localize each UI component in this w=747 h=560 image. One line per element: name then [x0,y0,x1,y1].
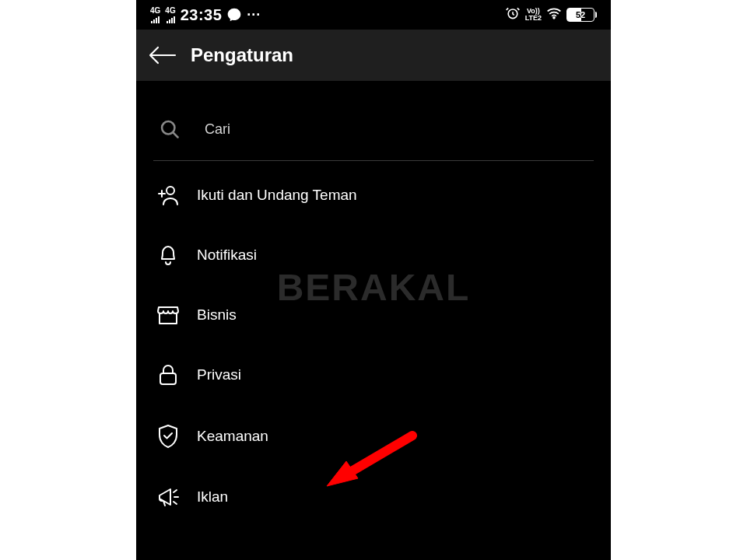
signal-2-icon: 4G [165,7,175,23]
add-person-icon [155,184,181,206]
settings-content: Cari Ikuti dan Undang Teman Notifikasi [136,81,611,560]
phone-frame: 4G 4G 23:35 ··· Vo)) LTE2 [136,0,611,560]
menu-item-business[interactable]: Bisnis [153,285,594,345]
menu-item-ads[interactable]: Iklan [153,467,594,527]
search-row[interactable]: Cari [153,104,594,161]
menu-item-label: Keamanan [197,428,268,445]
menu-item-label: Iklan [197,488,228,506]
page-title: Pengaturan [191,44,293,66]
menu-item-invite[interactable]: Ikuti dan Undang Teman [153,166,594,225]
menu-item-label: Ikuti dan Undang Teman [197,187,357,204]
status-bar: 4G 4G 23:35 ··· Vo)) LTE2 [136,0,611,30]
volte-icon: Vo)) LTE2 [525,8,542,22]
menu-item-privacy[interactable]: Privasi [153,345,594,405]
search-placeholder: Cari [205,121,230,138]
more-icon: ··· [247,7,261,23]
svg-point-1 [553,17,555,19]
battery-icon: 52 [566,8,597,22]
menu-item-label: Privasi [197,366,241,383]
menu-item-label: Bisnis [197,306,237,324]
signal-1-icon: 4G [150,7,160,23]
shield-icon [155,424,181,449]
menu-item-notifications[interactable]: Notifikasi [153,225,594,285]
alarm-icon [505,5,521,24]
status-time: 23:35 [181,6,223,24]
bell-icon [155,243,181,267]
settings-menu: Ikuti dan Undang Teman Notifikasi Bisnis [153,161,594,527]
svg-point-3 [167,187,174,194]
menu-item-security[interactable]: Keamanan [153,405,594,467]
lock-icon [155,363,181,387]
svg-rect-4 [160,373,176,384]
menu-item-label: Notifikasi [197,247,257,264]
back-button[interactable] [147,44,177,66]
app-header: Pengaturan [136,30,611,81]
shop-icon [155,304,181,326]
messenger-icon [226,7,242,23]
wifi-icon [546,7,562,23]
search-icon [156,118,183,140]
megaphone-icon [155,486,181,508]
